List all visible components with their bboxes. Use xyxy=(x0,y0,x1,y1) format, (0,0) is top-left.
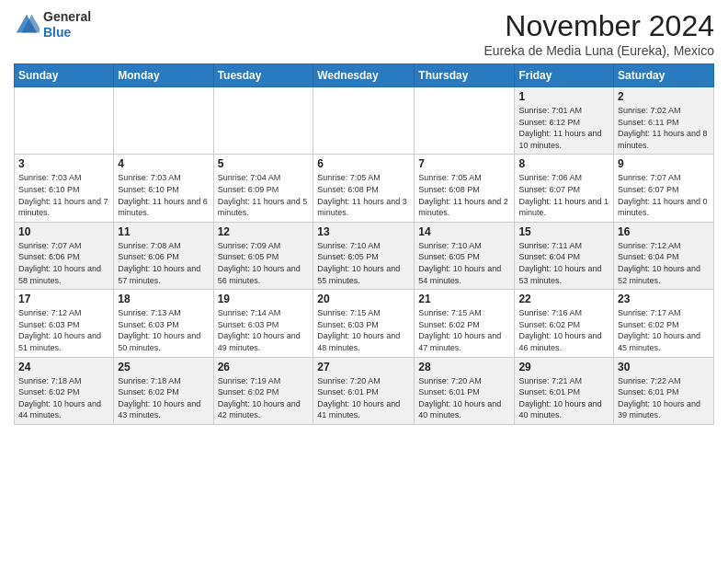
calendar-cell: 6Sunrise: 7:05 AM Sunset: 6:08 PM Daylig… xyxy=(313,155,415,222)
day-header-tuesday: Tuesday xyxy=(213,64,313,87)
day-number: 23 xyxy=(618,293,710,305)
day-number: 10 xyxy=(18,225,109,238)
day-info: Sunrise: 7:10 AM Sunset: 6:05 PM Dayligh… xyxy=(418,240,510,286)
day-number: 20 xyxy=(317,293,410,305)
day-info: Sunrise: 7:20 AM Sunset: 6:01 PM Dayligh… xyxy=(418,375,510,421)
calendar-cell: 2Sunrise: 7:02 AM Sunset: 6:11 PM Daylig… xyxy=(614,87,714,155)
day-number: 14 xyxy=(418,225,510,238)
day-header-friday: Friday xyxy=(515,64,614,87)
calendar-cell: 9Sunrise: 7:07 AM Sunset: 6:07 PM Daylig… xyxy=(614,155,714,222)
calendar-cell: 14Sunrise: 7:10 AM Sunset: 6:05 PM Dayli… xyxy=(415,222,515,289)
day-header-thursday: Thursday xyxy=(415,64,515,87)
day-info: Sunrise: 7:09 AM Sunset: 6:05 PM Dayligh… xyxy=(218,240,310,286)
day-number: 16 xyxy=(618,225,710,238)
calendar-cell: 1Sunrise: 7:01 AM Sunset: 6:12 PM Daylig… xyxy=(515,87,614,155)
day-number: 27 xyxy=(317,361,410,373)
day-info: Sunrise: 7:03 AM Sunset: 6:10 PM Dayligh… xyxy=(118,172,209,218)
calendar-cell: 11Sunrise: 7:08 AM Sunset: 6:06 PM Dayli… xyxy=(114,222,213,289)
day-info: Sunrise: 7:18 AM Sunset: 6:02 PM Dayligh… xyxy=(118,375,209,421)
day-number: 18 xyxy=(118,293,209,305)
day-info: Sunrise: 7:21 AM Sunset: 6:01 PM Dayligh… xyxy=(518,375,609,421)
day-number: 13 xyxy=(317,225,410,238)
day-number: 8 xyxy=(518,157,609,170)
day-info: Sunrise: 7:22 AM Sunset: 6:01 PM Dayligh… xyxy=(618,375,710,421)
day-header-saturday: Saturday xyxy=(614,64,714,87)
day-number: 22 xyxy=(518,293,609,305)
calendar-cell: 13Sunrise: 7:10 AM Sunset: 6:05 PM Dayli… xyxy=(313,222,415,289)
day-info: Sunrise: 7:16 AM Sunset: 6:02 PM Dayligh… xyxy=(518,307,609,353)
day-info: Sunrise: 7:15 AM Sunset: 6:02 PM Dayligh… xyxy=(418,307,510,353)
page-header: General Blue November 2024 Eureka de Med… xyxy=(14,9,714,58)
day-info: Sunrise: 7:19 AM Sunset: 6:02 PM Dayligh… xyxy=(218,375,310,421)
day-number: 24 xyxy=(18,361,109,373)
calendar-cell: 4Sunrise: 7:03 AM Sunset: 6:10 PM Daylig… xyxy=(114,155,213,222)
calendar-cell: 25Sunrise: 7:18 AM Sunset: 6:02 PM Dayli… xyxy=(114,357,213,424)
day-number: 15 xyxy=(518,225,609,238)
day-info: Sunrise: 7:10 AM Sunset: 6:05 PM Dayligh… xyxy=(317,240,410,286)
calendar-cell: 26Sunrise: 7:19 AM Sunset: 6:02 PM Dayli… xyxy=(213,357,313,424)
calendar-cell: 5Sunrise: 7:04 AM Sunset: 6:09 PM Daylig… xyxy=(213,155,313,222)
calendar-cell: 27Sunrise: 7:20 AM Sunset: 6:01 PM Dayli… xyxy=(313,357,415,424)
calendar-cell: 30Sunrise: 7:22 AM Sunset: 6:01 PM Dayli… xyxy=(614,357,714,424)
location-title: Eureka de Media Luna (Eureka), Mexico xyxy=(483,43,714,58)
day-number: 9 xyxy=(618,157,710,170)
calendar-cell xyxy=(415,87,515,155)
day-info: Sunrise: 7:13 AM Sunset: 6:03 PM Dayligh… xyxy=(118,307,209,353)
day-number: 19 xyxy=(218,293,310,305)
calendar-cell xyxy=(15,87,114,155)
calendar-cell: 12Sunrise: 7:09 AM Sunset: 6:05 PM Dayli… xyxy=(213,222,313,289)
calendar-week-4: 17Sunrise: 7:12 AM Sunset: 6:03 PM Dayli… xyxy=(15,290,714,357)
calendar-cell: 22Sunrise: 7:16 AM Sunset: 6:02 PM Dayli… xyxy=(515,290,614,357)
logo: General Blue xyxy=(14,9,91,40)
day-info: Sunrise: 7:20 AM Sunset: 6:01 PM Dayligh… xyxy=(317,375,410,421)
calendar-cell: 16Sunrise: 7:12 AM Sunset: 6:04 PM Dayli… xyxy=(614,222,714,289)
day-header-monday: Monday xyxy=(114,64,213,87)
calendar-cell: 17Sunrise: 7:12 AM Sunset: 6:03 PM Dayli… xyxy=(15,290,114,357)
day-info: Sunrise: 7:08 AM Sunset: 6:06 PM Dayligh… xyxy=(118,240,209,286)
calendar-cell xyxy=(114,87,213,155)
day-number: 21 xyxy=(418,293,510,305)
title-block: November 2024 Eureka de Media Luna (Eure… xyxy=(483,9,714,58)
day-number: 7 xyxy=(418,157,510,170)
day-header-wednesday: Wednesday xyxy=(313,64,415,87)
day-number: 6 xyxy=(317,157,410,170)
calendar-week-1: 1Sunrise: 7:01 AM Sunset: 6:12 PM Daylig… xyxy=(15,87,714,155)
day-number: 28 xyxy=(418,361,510,373)
day-info: Sunrise: 7:02 AM Sunset: 6:11 PM Dayligh… xyxy=(618,105,710,151)
calendar-cell: 18Sunrise: 7:13 AM Sunset: 6:03 PM Dayli… xyxy=(114,290,213,357)
day-info: Sunrise: 7:07 AM Sunset: 6:07 PM Dayligh… xyxy=(618,172,710,218)
calendar-cell: 7Sunrise: 7:05 AM Sunset: 6:08 PM Daylig… xyxy=(415,155,515,222)
day-header-sunday: Sunday xyxy=(15,64,114,87)
day-info: Sunrise: 7:06 AM Sunset: 6:07 PM Dayligh… xyxy=(518,172,609,218)
calendar-cell: 3Sunrise: 7:03 AM Sunset: 6:10 PM Daylig… xyxy=(15,155,114,222)
calendar-cell: 29Sunrise: 7:21 AM Sunset: 6:01 PM Dayli… xyxy=(515,357,614,424)
day-info: Sunrise: 7:17 AM Sunset: 6:02 PM Dayligh… xyxy=(618,307,710,353)
day-info: Sunrise: 7:01 AM Sunset: 6:12 PM Dayligh… xyxy=(518,105,609,151)
day-info: Sunrise: 7:05 AM Sunset: 6:08 PM Dayligh… xyxy=(418,172,510,218)
calendar-cell: 10Sunrise: 7:07 AM Sunset: 6:06 PM Dayli… xyxy=(15,222,114,289)
calendar-header-row: SundayMondayTuesdayWednesdayThursdayFrid… xyxy=(15,64,714,87)
calendar-week-5: 24Sunrise: 7:18 AM Sunset: 6:02 PM Dayli… xyxy=(15,357,714,424)
calendar-cell: 15Sunrise: 7:11 AM Sunset: 6:04 PM Dayli… xyxy=(515,222,614,289)
day-info: Sunrise: 7:05 AM Sunset: 6:08 PM Dayligh… xyxy=(317,172,410,218)
calendar-cell xyxy=(313,87,415,155)
calendar-cell xyxy=(213,87,313,155)
day-info: Sunrise: 7:18 AM Sunset: 6:02 PM Dayligh… xyxy=(18,375,109,421)
month-title: November 2024 xyxy=(483,9,714,43)
day-number: 30 xyxy=(618,361,710,373)
day-info: Sunrise: 7:03 AM Sunset: 6:10 PM Dayligh… xyxy=(18,172,109,218)
calendar-week-3: 10Sunrise: 7:07 AM Sunset: 6:06 PM Dayli… xyxy=(15,222,714,289)
logo-icon xyxy=(14,12,40,38)
day-number: 3 xyxy=(18,157,109,170)
day-number: 1 xyxy=(518,90,609,103)
calendar-cell: 24Sunrise: 7:18 AM Sunset: 6:02 PM Dayli… xyxy=(15,357,114,424)
day-number: 12 xyxy=(218,225,310,238)
day-info: Sunrise: 7:11 AM Sunset: 6:04 PM Dayligh… xyxy=(518,240,609,286)
calendar-cell: 8Sunrise: 7:06 AM Sunset: 6:07 PM Daylig… xyxy=(515,155,614,222)
day-number: 29 xyxy=(518,361,609,373)
day-number: 2 xyxy=(618,90,710,103)
calendar-cell: 19Sunrise: 7:14 AM Sunset: 6:03 PM Dayli… xyxy=(213,290,313,357)
day-info: Sunrise: 7:12 AM Sunset: 6:03 PM Dayligh… xyxy=(18,307,109,353)
day-number: 5 xyxy=(218,157,310,170)
day-info: Sunrise: 7:07 AM Sunset: 6:06 PM Dayligh… xyxy=(18,240,109,286)
